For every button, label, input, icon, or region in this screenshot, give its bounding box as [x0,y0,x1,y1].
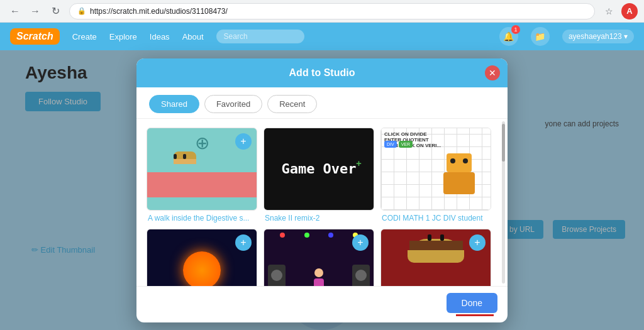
notification-button[interactable]: 🔔 1 [499,27,518,46]
tab-shared[interactable]: Shared [149,95,199,113]
done-underline-decoration [456,314,494,316]
list-item[interactable]: + + Space project [147,229,257,286]
modal-overlay: Add to Studio ✕ Shared Favorited Recent [0,50,644,330]
lock-icon: 🔒 [77,7,86,15]
add-to-studio-modal: Add to Studio ✕ Shared Favorited Recent [136,58,508,322]
space-sun [183,251,221,286]
tab-favorited[interactable]: Favorited [204,95,262,113]
project-thumbnail: + + [147,229,257,286]
browser-actions: ☆ A [600,3,638,20]
project-thumbnail: + + [380,229,491,286]
list-item[interactable]: Game Over+ Snake II remix-2 [264,128,374,223]
url-text: https://scratch.mit.edu/studios/31108473… [90,7,228,16]
thumbnail-image: CLICK ON DIVIDEENTER QUOTIENTTHEN CLICK … [381,128,491,210]
nav-buttons: ← → ↻ [6,3,64,20]
folder-button[interactable]: 📁 [531,27,550,46]
projects-grid: ⊕ + A walk inside the Digestive s... Gam… [136,119,508,286]
modal-close-button[interactable]: ✕ [485,65,500,80]
scrollbar[interactable] [502,121,505,283]
nav-ideas[interactable]: Ideas [150,32,170,41]
list-item[interactable]: CLICK ON DIVIDEENTER QUOTIENTTHEN CLICK … [380,128,491,223]
modal-header: Add to Studio ✕ [136,58,508,87]
bookmark-button[interactable]: ☆ [600,3,618,20]
project-title: Snake II remix-2 [264,214,374,223]
project-thumbnail: Game Over+ [264,128,374,211]
nav-explore[interactable]: Explore [109,32,137,41]
modal-title: Add to Studio [289,67,355,78]
game-over-plus-icon: + [356,158,361,168]
profile-avatar[interactable]: A [621,3,638,19]
codi-btn: DIV [384,141,397,148]
add-project-button[interactable]: + [352,234,369,251]
thumbnail-image: Game Over+ [264,128,374,210]
cross-arrows-icon: ⊕ [195,135,209,152]
project-thumbnail: ⊕ + [147,128,257,211]
user-menu[interactable]: ayeshaeyah123 ▾ [562,30,634,43]
project-thumbnail: + + [264,229,374,286]
list-item[interactable]: + + Burger character [380,229,491,286]
nav-about[interactable]: About [182,32,204,41]
nav-create[interactable]: Create [72,32,97,41]
done-button[interactable]: Done [447,293,497,313]
list-item[interactable]: ⊕ + A walk inside the Digestive s... [147,128,257,223]
address-bar[interactable]: 🔒 https://scratch.mit.edu/studios/311084… [69,3,595,19]
add-project-button[interactable]: + [235,133,252,150]
add-project-button[interactable]: + [235,234,252,251]
add-project-button[interactable]: + [469,234,486,251]
modal-tabs: Shared Favorited Recent [136,87,508,119]
notification-badge: 1 [511,25,520,34]
search-input[interactable] [216,30,304,43]
forward-button[interactable]: → [26,3,44,20]
project-thumbnail: CLICK ON DIVIDEENTER QUOTIENTTHEN CLICK … [380,128,491,211]
codi-btn: VER [399,141,413,148]
list-item[interactable]: + + Dance performance [264,229,374,286]
tab-recent[interactable]: Recent [267,95,317,113]
reload-button[interactable]: ↻ [47,3,64,20]
codi-robot [440,153,478,204]
back-button[interactable]: ← [6,3,24,20]
modal-footer: Done [136,286,508,322]
scratch-navbar: Scratch Create Explore Ideas About 🔔 1 📁… [0,23,644,50]
project-title: CODI MATH 1 JC DIV student [380,214,491,223]
project-title: A walk inside the Digestive s... [147,214,257,223]
scrollbar-thumb [502,124,505,162]
scratch-logo[interactable]: Scratch [10,28,60,45]
browser-chrome: ← → ↻ 🔒 https://scratch.mit.edu/studios/… [0,0,644,23]
gameover-text: Game Over+ [281,161,356,177]
